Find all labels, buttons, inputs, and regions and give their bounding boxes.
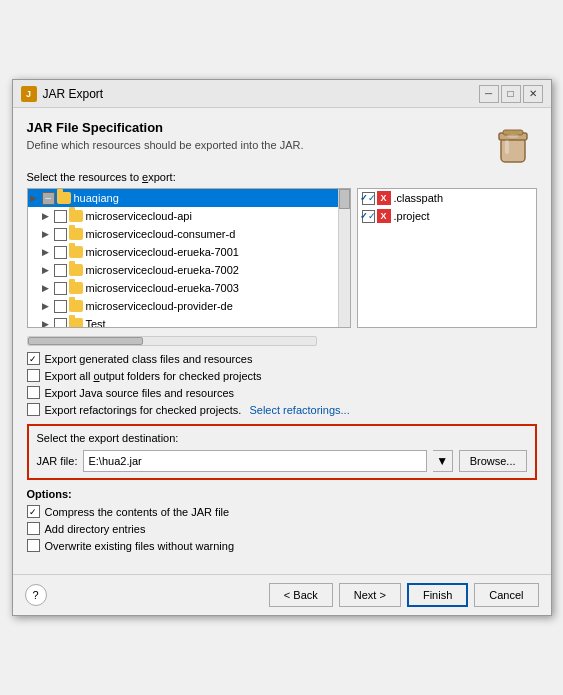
cancel-button[interactable]: Cancel xyxy=(474,583,538,607)
tree-item-label: huaqiang xyxy=(74,192,119,204)
folder-icon xyxy=(69,318,83,327)
export-option-4: Export refactorings for checked projects… xyxy=(27,403,537,416)
navigation-buttons: < Back Next > Finish Cancel xyxy=(269,583,539,607)
expand-icon: ▶ xyxy=(30,193,42,203)
tree-checkbox[interactable]: ─ xyxy=(42,192,55,205)
tree-item[interactable]: ▶ microservicecloud-erueka-7003 xyxy=(28,279,338,297)
maximize-button[interactable]: □ xyxy=(501,85,521,103)
option-directory: Add directory entries xyxy=(27,522,537,535)
dialog-content: JAR File Specification Define which reso… xyxy=(13,108,551,574)
overwrite-checkbox[interactable] xyxy=(27,539,40,552)
jar-icon xyxy=(489,120,537,171)
tree-panel-container: ▶ ─ huaqiang ▶ microservicec xyxy=(27,188,537,328)
tree-item[interactable]: ▶ Test xyxy=(28,315,338,327)
tree-checkbox[interactable] xyxy=(54,228,67,241)
tree-checkbox[interactable] xyxy=(54,264,67,277)
folder-icon xyxy=(69,228,83,240)
export-option-label-2: Export all output folders for checked pr… xyxy=(45,370,262,382)
option-overwrite: Overwrite existing files without warning xyxy=(27,539,537,552)
select-refactorings-link[interactable]: Select refactorings... xyxy=(249,404,349,416)
jar-file-input[interactable] xyxy=(83,450,426,472)
tree-checkbox[interactable] xyxy=(54,300,67,313)
window-icon: J xyxy=(21,86,37,102)
finish-button[interactable]: Finish xyxy=(407,583,468,607)
options-title: Options: xyxy=(27,488,537,500)
minimize-button[interactable]: ─ xyxy=(479,85,499,103)
export-option-label-1: Export generated class files and resourc… xyxy=(45,353,253,365)
folder-icon xyxy=(57,192,71,204)
tree-item[interactable]: ▶ microservicecloud-consumer-d xyxy=(28,225,338,243)
folder-icon xyxy=(69,210,83,222)
tree-checkbox[interactable]: ✓ xyxy=(362,210,375,223)
option-compress: Compress the contents of the JAR file xyxy=(27,505,537,518)
tree-item[interactable]: ✓ X .project xyxy=(358,207,536,225)
tree-item-label: .classpath xyxy=(394,192,444,204)
compress-label: Compress the contents of the JAR file xyxy=(45,506,230,518)
tree-item-label: microservicecloud-api xyxy=(86,210,192,222)
expand-icon: ▶ xyxy=(42,265,54,275)
x-icon: X xyxy=(377,209,391,223)
title-bar: J JAR Export ─ □ ✕ xyxy=(13,80,551,108)
tree-item[interactable]: ▶ microservicecloud-api xyxy=(28,207,338,225)
dialog-title: JAR File Specification xyxy=(27,120,304,135)
export-checkbox-3[interactable] xyxy=(27,386,40,399)
window-title: JAR Export xyxy=(43,87,104,101)
right-tree-panel[interactable]: ✓ X .classpath ✓ X .project xyxy=(357,188,537,328)
expand-icon: ▶ xyxy=(42,211,54,221)
tree-item-label: Test xyxy=(86,318,106,327)
left-tree-panel[interactable]: ▶ ─ huaqiang ▶ microservicec xyxy=(27,188,351,328)
tree-item-label: microservicecloud-consumer-d xyxy=(86,228,236,240)
export-option-1: Export generated class files and resourc… xyxy=(27,352,537,365)
directory-checkbox[interactable] xyxy=(27,522,40,535)
expand-icon: ▶ xyxy=(42,283,54,293)
tree-checkbox[interactable] xyxy=(54,210,67,223)
expand-icon: ▶ xyxy=(42,301,54,311)
tree-item-label: microservicecloud-erueka-7001 xyxy=(86,246,239,258)
next-button[interactable]: Next > xyxy=(339,583,401,607)
tree-item[interactable]: ▶ microservicecloud-erueka-7002 xyxy=(28,261,338,279)
tree-checkbox[interactable] xyxy=(54,318,67,328)
expand-icon: ▶ xyxy=(42,319,54,327)
destination-section: Select the export destination: JAR file:… xyxy=(27,424,537,480)
browse-button[interactable]: Browse... xyxy=(459,450,527,472)
folder-icon xyxy=(69,246,83,258)
jar-dropdown-button[interactable]: ▼ xyxy=(433,450,453,472)
jar-export-dialog: J JAR Export ─ □ ✕ JAR File Specificatio… xyxy=(12,79,552,616)
compress-checkbox[interactable] xyxy=(27,505,40,518)
tree-checkbox[interactable] xyxy=(54,246,67,259)
help-button[interactable]: ? xyxy=(25,584,47,606)
close-button[interactable]: ✕ xyxy=(523,85,543,103)
export-option-3: Export Java source files and resources xyxy=(27,386,537,399)
header-section: JAR File Specification Define which reso… xyxy=(27,120,537,171)
svg-rect-0 xyxy=(501,138,525,162)
tree-checkbox[interactable]: ✓ xyxy=(362,192,375,205)
tree-item[interactable]: ▶ ─ huaqiang xyxy=(28,189,338,207)
export-option-label-4: Export refactorings for checked projects… xyxy=(45,404,245,416)
export-options-area: Export generated class files and resourc… xyxy=(27,352,537,416)
folder-icon xyxy=(69,282,83,294)
tree-item[interactable]: ✓ X .classpath xyxy=(358,189,536,207)
folder-icon xyxy=(69,264,83,276)
export-checkbox-2[interactable] xyxy=(27,369,40,382)
x-icon: X xyxy=(377,191,391,205)
export-option-2: Export all output folders for checked pr… xyxy=(27,369,537,382)
bottom-bar: ? < Back Next > Finish Cancel xyxy=(13,574,551,615)
back-button[interactable]: < Back xyxy=(269,583,333,607)
export-checkbox-4[interactable] xyxy=(27,403,40,416)
directory-label: Add directory entries xyxy=(45,523,146,535)
expand-icon: ▶ xyxy=(42,229,54,239)
export-checkbox-1[interactable] xyxy=(27,352,40,365)
tree-item-label: .project xyxy=(394,210,430,222)
tree-item[interactable]: ▶ microservicecloud-erueka-7001 xyxy=(28,243,338,261)
tree-item-label: microservicecloud-erueka-7003 xyxy=(86,282,239,294)
title-bar-controls: ─ □ ✕ xyxy=(479,85,543,103)
svg-rect-3 xyxy=(505,140,509,154)
destination-label: Select the export destination: xyxy=(37,432,527,444)
svg-point-4 xyxy=(507,134,519,138)
scrollbar-vertical[interactable] xyxy=(338,189,350,327)
resources-label: Select the resources to export: xyxy=(27,171,537,183)
options-section: Options: Compress the contents of the JA… xyxy=(27,488,537,552)
scrollbar-horizontal[interactable] xyxy=(27,336,317,346)
tree-item[interactable]: ▶ microservicecloud-provider-de xyxy=(28,297,338,315)
tree-checkbox[interactable] xyxy=(54,282,67,295)
